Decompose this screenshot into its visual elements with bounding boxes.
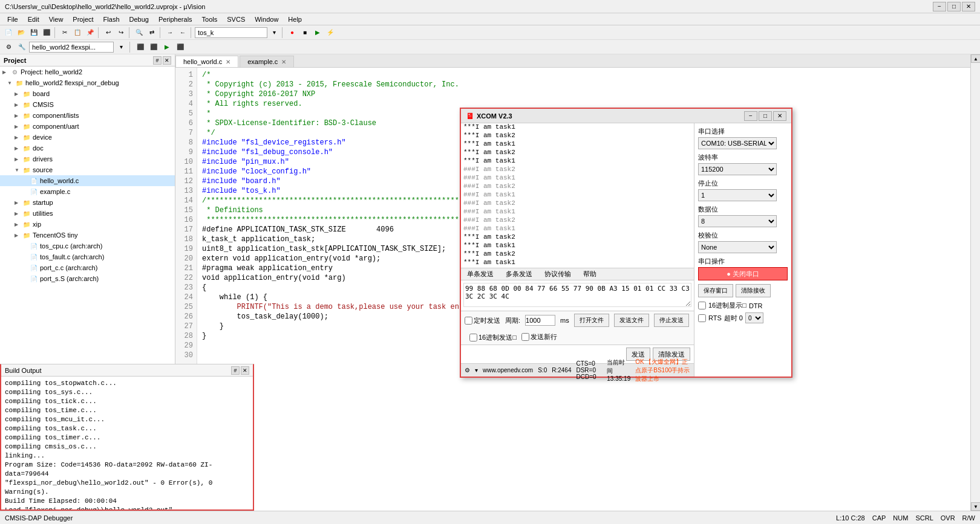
undo-button[interactable]: ↩ <box>102 27 114 39</box>
menu-item-peripherals[interactable]: Peripherals <box>154 15 197 24</box>
tree-item[interactable]: ▶📁component/uart <box>0 121 175 132</box>
menu-item-window[interactable]: Window <box>250 15 283 24</box>
close-port-button[interactable]: ● 关闭串口 <box>698 267 788 280</box>
menu-item-project[interactable]: Project <box>68 15 98 24</box>
tree-item[interactable]: ▶📁component/lists <box>0 110 175 121</box>
tree-item[interactable]: ▶📁utilities <box>0 208 175 219</box>
flash-button[interactable]: ⚡ <box>324 27 336 39</box>
xcom-single-send-tab[interactable]: 单条发送 <box>463 268 497 280</box>
hex-send-checkbox[interactable] <box>469 334 477 341</box>
hex-send-checkbox-label[interactable]: 16进制发送□ <box>469 333 517 342</box>
target-selector[interactable] <box>195 27 267 38</box>
tree-item[interactable]: 📄port_c.c (arch:arch) <box>0 262 175 273</box>
replace-button[interactable]: ⇄ <box>146 27 158 39</box>
tab-example-c[interactable]: example.c ✕ <box>240 56 294 67</box>
find-button[interactable]: 🔍 <box>133 27 145 39</box>
tree-item[interactable]: ▶📁TencentOS tiny <box>0 230 175 241</box>
send-file-button[interactable]: 发送文件 <box>614 314 649 327</box>
tree-item[interactable]: ▶📁xip <box>0 219 175 230</box>
tree-item[interactable]: 📄example.c <box>0 186 175 197</box>
menu-item-debug[interactable]: Debug <box>125 15 154 24</box>
menu-item-tools[interactable]: Tools <box>197 15 223 24</box>
tree-item[interactable]: ▼📁source <box>0 164 175 175</box>
unindent-button[interactable]: ← <box>177 27 189 39</box>
menu-item-edit[interactable]: Edit <box>23 15 44 24</box>
tree-item[interactable]: ▶📁CMSIS <box>0 99 175 110</box>
tree-root[interactable]: ▶⚙Project: hello_world2 <box>0 66 175 77</box>
indent-button[interactable]: → <box>164 27 176 39</box>
paste-button[interactable]: 📌 <box>84 27 96 39</box>
tree-item[interactable]: ▶📁device <box>0 132 175 143</box>
newline-checkbox[interactable] <box>521 333 529 341</box>
data-select[interactable]: 8 <box>698 215 777 227</box>
panel-close-button[interactable]: ✕ <box>163 56 171 65</box>
serial-select[interactable]: COM10: USB-SERIAL <box>698 137 777 149</box>
timer-send-checkbox-label[interactable]: 定时发送 <box>465 316 500 325</box>
tree-item[interactable]: 📄tos_cpu.c (arch:arch) <box>0 241 175 251</box>
tree-item[interactable]: ▶📁drivers <box>0 154 175 164</box>
menu-item-view[interactable]: View <box>44 15 68 24</box>
maximize-button[interactable]: □ <box>947 2 961 11</box>
tree-item[interactable]: ▶📁startup <box>0 197 175 208</box>
xcom-multi-send-tab[interactable]: 多条发送 <box>502 268 536 280</box>
xcom-maximize-button[interactable]: □ <box>759 111 772 121</box>
clear-receive-button[interactable]: 清除接收 <box>736 284 771 297</box>
build-close-button[interactable]: ✕ <box>241 366 249 375</box>
debug-btn[interactable]: 🔧 <box>16 41 28 53</box>
hex-display-checkbox[interactable] <box>698 302 706 309</box>
start-debug-btn[interactable]: ▶ <box>161 41 173 53</box>
run-button[interactable]: ▶ <box>312 27 324 39</box>
stop-button[interactable]: ■ <box>299 27 311 39</box>
xcom-send-input[interactable]: 99 88 68 0D 00 84 77 66 55 77 90 0B A3 1… <box>463 283 691 307</box>
tab-close[interactable]: ✕ <box>226 59 230 65</box>
tree-item[interactable]: 📄tos_fault.c (arch:arch) <box>0 251 175 262</box>
save-button[interactable]: 💾 <box>28 27 40 39</box>
timer-send-checkbox[interactable] <box>465 317 472 325</box>
menu-item-svcs[interactable]: SVCS <box>222 15 250 24</box>
right-scrollbar[interactable]: ▲ ▼ <box>970 54 980 511</box>
redo-button[interactable]: ↪ <box>115 27 127 39</box>
close-button[interactable]: ✕ <box>962 2 975 11</box>
tree-item[interactable]: 📄hello_world.c <box>0 175 175 186</box>
tree-item[interactable]: ▶📁board <box>0 88 175 99</box>
build-pin-button[interactable]: # <box>231 366 240 375</box>
copy-button[interactable]: 📋 <box>71 27 83 39</box>
scroll-down-button[interactable]: ▼ <box>971 502 980 511</box>
proj-drop[interactable]: ▾ <box>115 41 127 53</box>
xcom-protocol-tab[interactable]: 协议传输 <box>541 268 575 280</box>
build2-btn[interactable]: ⬛ <box>134 41 146 53</box>
menu-item-help[interactable]: Help <box>283 15 307 24</box>
open-button[interactable]: 📂 <box>15 27 27 39</box>
save-all-button[interactable]: ⬛ <box>41 27 53 39</box>
xcom-minimize-button[interactable]: − <box>744 111 757 121</box>
project-selector[interactable] <box>29 42 114 53</box>
stop-select[interactable]: 1 <box>698 189 777 201</box>
open-file-button[interactable]: 打开文件 <box>574 314 609 327</box>
tree-item[interactable]: 📄port_s.S (arch:arch) <box>0 273 175 284</box>
baud-select[interactable]: 115200 <box>698 163 777 175</box>
save-window-button[interactable]: 保存窗口 <box>698 284 733 297</box>
minimize-button[interactable]: − <box>933 2 946 11</box>
menu-item-file[interactable]: File <box>2 15 23 24</box>
stop-debug-btn[interactable]: ⬛ <box>174 41 186 53</box>
xcom-help-tab[interactable]: 帮助 <box>580 268 600 280</box>
panel-pin-button[interactable]: # <box>153 56 162 65</box>
scroll-up-button[interactable]: ▲ <box>971 54 980 63</box>
newline-checkbox-label[interactable]: 发送新行 <box>521 332 557 341</box>
xcom-ad[interactable]: OK 【火爆全网】正点原子BS100手持示波器上市 <box>635 358 690 383</box>
period-input[interactable] <box>525 315 555 326</box>
tree-item[interactable]: ▼📁hello_world2 flexspi_nor_debug <box>0 77 175 88</box>
timeout-select[interactable]: 0 <box>745 312 763 323</box>
stop-send-button[interactable]: 停止发送 <box>654 314 689 327</box>
rts-checkbox[interactable] <box>698 314 706 322</box>
tree-item[interactable]: ▶📁doc <box>0 143 175 154</box>
parity-select[interactable]: None <box>698 241 777 253</box>
new-file-button[interactable]: 📄 <box>2 27 15 39</box>
target-dropdown[interactable]: ▾ <box>268 27 280 39</box>
flash2-btn[interactable]: ⬛ <box>148 41 160 53</box>
tab-close2[interactable]: ✕ <box>281 59 286 65</box>
xcom-close-button[interactable]: ✕ <box>773 111 786 121</box>
build-button[interactable]: ● <box>286 27 298 39</box>
cut-button[interactable]: ✂ <box>59 27 71 39</box>
tab-hello-world-c[interactable]: hello_world.c ✕ <box>175 56 238 67</box>
